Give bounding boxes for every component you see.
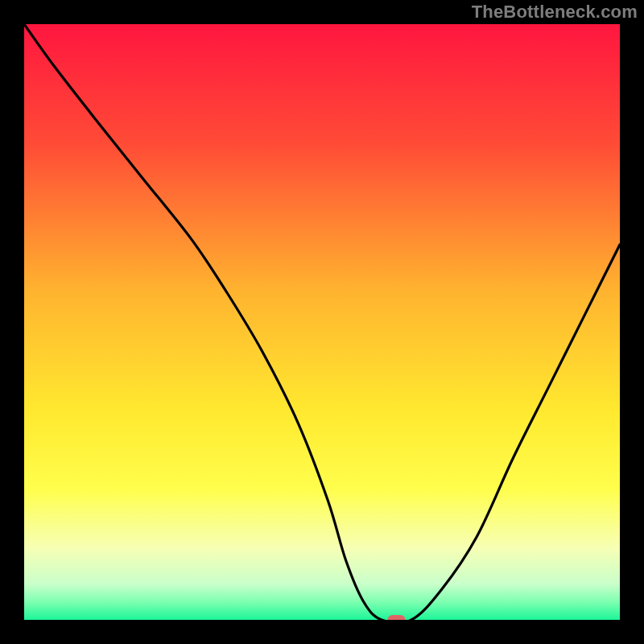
- attribution-label: TheBottleneck.com: [472, 2, 638, 23]
- optimal-point-marker: [388, 615, 406, 620]
- chart-frame: TheBottleneck.com: [0, 0, 644, 644]
- chart-background: [24, 24, 620, 620]
- bottleneck-chart: [24, 24, 620, 620]
